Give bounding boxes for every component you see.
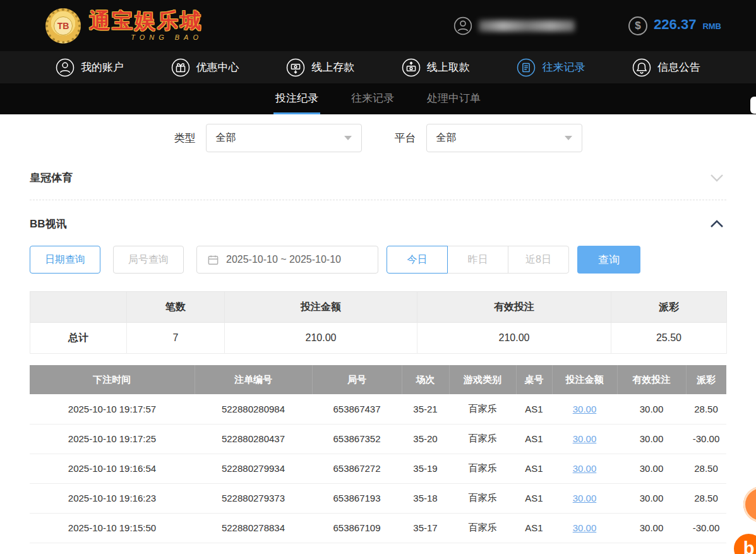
bets-header-row: 下注时间 注单编号 局号 场次 游戏类别 桌号 投注金额 有效投注 派彩 xyxy=(30,365,726,394)
bet-amount-link[interactable]: 30.00 xyxy=(573,463,597,474)
bet-time: 2025-10-10 19:15:50 xyxy=(30,513,195,543)
user-icon xyxy=(56,58,75,77)
summary-header-valid-bet: 有效投注 xyxy=(417,292,611,323)
account-user[interactable] xyxy=(453,16,575,35)
date-query-button[interactable]: 日期查询 xyxy=(30,246,100,274)
payout-value: 28.50 xyxy=(686,483,726,513)
summary-table: 笔数 投注金额 有效投注 派彩 总计 7 210.00 210.00 25.50 xyxy=(30,291,727,354)
poker-chip-label: TB xyxy=(54,16,73,35)
bets-header-valid: 有效投注 xyxy=(617,365,686,394)
bets-table: 下注时间 注单编号 局号 场次 游戏类别 桌号 投注金额 有效投注 派彩 202… xyxy=(30,365,726,543)
chevron-down-icon xyxy=(710,174,724,182)
bet-session: 35-20 xyxy=(402,424,449,454)
nav-item-records[interactable]: 往来记录 xyxy=(517,58,585,77)
bet-valid: 30.00 xyxy=(617,513,686,543)
bet-time: 2025-10-10 19:16:23 xyxy=(30,483,195,513)
nav-item-my-account[interactable]: 我的账户 xyxy=(56,58,124,77)
bets-header-time: 下注时间 xyxy=(30,365,195,394)
bet-table: AS1 xyxy=(516,394,552,424)
bet-session: 35-17 xyxy=(402,513,449,543)
tab-transaction-records[interactable]: 往来记录 xyxy=(349,83,396,114)
bet-time: 2025-10-10 19:17:25 xyxy=(30,424,195,454)
bet-session: 35-18 xyxy=(402,483,449,513)
type-select-value: 全部 xyxy=(216,131,236,145)
filter-row: 类型 全部 平台 全部 xyxy=(0,124,756,152)
bet-id: 522880280984 xyxy=(195,394,312,424)
edge-widget-sliver[interactable] xyxy=(750,97,756,114)
header-right: $ 226.37 RMB xyxy=(453,16,721,35)
bet-round: 653867352 xyxy=(312,424,402,454)
nav-item-withdraw[interactable]: 线上取款 xyxy=(402,58,470,77)
tab-bet-records[interactable]: 投注纪录 xyxy=(273,83,320,114)
quick-date-group: 今日 昨日 近8日 xyxy=(387,246,569,274)
section-title: BB视讯 xyxy=(30,217,67,231)
bet-time: 2025-10-10 19:16:54 xyxy=(30,454,195,483)
sub-tabbar: 投注纪录 往来记录 处理中订单 xyxy=(0,83,756,114)
dollar-coin-icon: $ xyxy=(628,16,647,35)
chevron-up-icon xyxy=(710,220,724,228)
balance[interactable]: $ 226.37 RMB xyxy=(628,16,721,35)
summary-header-row: 笔数 投注金额 有效投注 派彩 xyxy=(30,292,727,323)
nav-item-label: 线上取款 xyxy=(427,60,470,75)
bet-amount-link[interactable]: 30.00 xyxy=(573,404,597,414)
content: 皇冠体育 BB视讯 日期查询 局号查询 20 xyxy=(0,152,756,543)
summary-header-bet-amount: 投注金额 xyxy=(225,292,417,323)
section-bb-video[interactable]: BB视讯 xyxy=(30,200,726,241)
bet-amount-link[interactable]: 30.00 xyxy=(573,493,597,503)
bet-round: 653867437 xyxy=(312,394,402,424)
section-crown-sports[interactable]: 皇冠体育 xyxy=(30,152,726,200)
balance-amount: 226.37 xyxy=(654,16,696,33)
search-button[interactable]: 查询 xyxy=(577,246,640,274)
payout-value: -30.00 xyxy=(686,513,726,543)
poker-chip-icon: TB xyxy=(45,8,81,44)
bets-header-round: 局号 xyxy=(312,365,402,394)
bet-valid: 30.00 xyxy=(617,454,686,483)
round-query-button[interactable]: 局号查询 xyxy=(113,246,184,274)
nav-item-promotions[interactable]: 优惠中心 xyxy=(171,58,239,77)
nav-item-label: 信息公告 xyxy=(657,60,700,75)
summary-total-valid-bet: 210.00 xyxy=(417,323,611,354)
page: TB 通宝娱乐城 TONG BAO $ 226.37 RMB xyxy=(0,0,756,554)
nav-item-deposit[interactable]: 线上存款 xyxy=(286,58,354,77)
top-header: TB 通宝娱乐城 TONG BAO $ 226.37 RMB xyxy=(0,0,756,51)
bet-round: 653867193 xyxy=(312,483,402,513)
table-row: 2025-10-10 19:16:23 522880279373 6538671… xyxy=(30,483,726,513)
bet-id: 522880279373 xyxy=(195,483,312,513)
payout-value: 28.50 xyxy=(686,454,726,483)
platform-select[interactable]: 全部 xyxy=(426,124,582,152)
date-range-value: 2025-10-10 ~ 2025-10-10 xyxy=(226,254,341,265)
bet-round: 653867109 xyxy=(312,513,402,543)
summary-header-payout: 派彩 xyxy=(611,292,727,323)
type-select[interactable]: 全部 xyxy=(206,124,362,152)
tab-processing-orders[interactable]: 处理中订单 xyxy=(425,83,483,114)
balance-currency: RMB xyxy=(702,21,721,31)
bet-game: 百家乐 xyxy=(449,394,516,424)
main-nav: 我的账户 优惠中心 线上存款 线上取款 xyxy=(0,51,756,83)
bet-id: 522880279934 xyxy=(195,454,312,483)
yesterday-button[interactable]: 昨日 xyxy=(447,246,508,274)
bet-amount-link[interactable]: 30.00 xyxy=(573,433,597,444)
nav-item-label: 优惠中心 xyxy=(196,60,239,75)
bet-id: 522880280437 xyxy=(195,424,312,454)
payout-value: 28.50 xyxy=(686,394,726,424)
table-row: 2025-10-10 19:17:57 522880280984 6538674… xyxy=(30,394,726,424)
type-filter-label: 类型 xyxy=(174,131,196,145)
nav-item-announcements[interactable]: 信息公告 xyxy=(632,58,700,77)
bet-game: 百家乐 xyxy=(449,454,516,483)
bets-header-session: 场次 xyxy=(402,365,449,394)
bet-table: AS1 xyxy=(516,424,552,454)
query-bar: 日期查询 局号查询 2025-10-10 ~ 2025-10-10 今日 昨日 … xyxy=(30,246,726,274)
calendar-icon xyxy=(207,254,219,266)
bet-session: 35-19 xyxy=(402,454,449,483)
bet-game: 百家乐 xyxy=(449,513,516,543)
chevron-down-icon xyxy=(344,136,352,140)
bet-valid: 30.00 xyxy=(617,483,686,513)
bet-amount-link[interactable]: 30.00 xyxy=(573,522,597,533)
today-button[interactable]: 今日 xyxy=(387,246,448,274)
summary-header-count: 笔数 xyxy=(127,292,225,323)
date-range-input[interactable]: 2025-10-10 ~ 2025-10-10 xyxy=(196,246,378,274)
summary-header-empty xyxy=(30,292,127,323)
last-8-days-button[interactable]: 近8日 xyxy=(508,246,569,274)
summary-total-bet-amount: 210.00 xyxy=(225,323,417,354)
site-logo[interactable]: TB 通宝娱乐城 TONG BAO xyxy=(45,8,203,44)
